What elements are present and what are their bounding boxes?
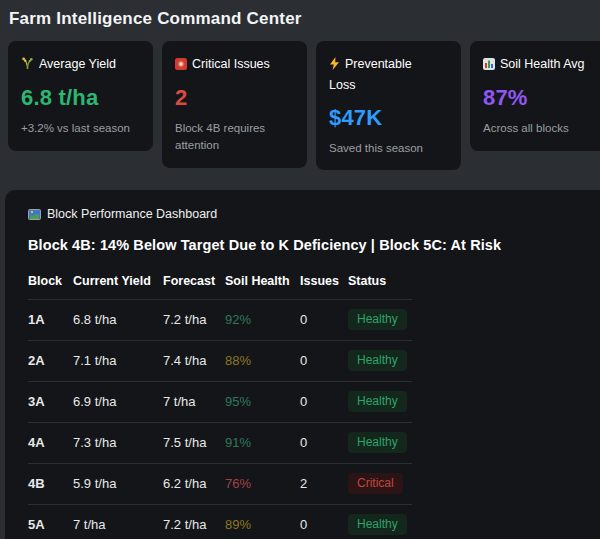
cell-status: Healthy bbox=[348, 300, 412, 340]
cell-forecast: 6.2 t/ha bbox=[163, 467, 225, 501]
card-label: Critical Issues bbox=[175, 55, 294, 76]
cell-status: Critical bbox=[348, 464, 412, 504]
cell-soil-health: 95% bbox=[225, 385, 300, 419]
card-value: 2 bbox=[175, 85, 294, 111]
card-label: Soil Health Avg bbox=[483, 55, 600, 76]
column-header: Block bbox=[28, 269, 73, 299]
column-header: Issues bbox=[300, 269, 348, 299]
card-subtitle: Saved this season bbox=[329, 140, 448, 157]
table-row: 5A7 t/ha7.2 t/ha89%0Healthy bbox=[28, 505, 412, 539]
stat-cards-row: Average Yield 6.8 t/ha +3.2% vs last sea… bbox=[8, 41, 600, 170]
cell-status: Healthy bbox=[348, 423, 412, 463]
lightning-icon bbox=[329, 57, 340, 76]
cell-soil-health: 92% bbox=[225, 303, 300, 337]
cell-issues: 0 bbox=[300, 303, 348, 337]
cell-current-yield: 6.9 t/ha bbox=[73, 385, 163, 419]
table-row: 3A6.9 t/ha7 t/ha95%0Healthy bbox=[28, 382, 412, 423]
card-label: Average Yield bbox=[21, 55, 140, 76]
cell-current-yield: 5.9 t/ha bbox=[73, 467, 163, 501]
card-subtitle: Across all blocks bbox=[483, 120, 600, 137]
section-label: Block Performance Dashboard bbox=[47, 207, 217, 221]
column-header: Soil Health bbox=[225, 269, 300, 299]
status-badge: Critical bbox=[348, 473, 403, 494]
cell-current-yield: 6.8 t/ha bbox=[73, 303, 163, 337]
card-soil-health-avg: Soil Health Avg 87% Across all blocks bbox=[470, 41, 600, 151]
siren-icon bbox=[175, 57, 187, 76]
page-title: Farm Intelligence Command Center bbox=[0, 0, 600, 29]
card-value: $47K bbox=[329, 105, 448, 131]
card-preventable-loss: Preventable Loss $47K Saved this season bbox=[316, 41, 461, 170]
table-row: 1A6.8 t/ha7.2 t/ha92%0Healthy bbox=[28, 300, 412, 341]
cell-block: 1A bbox=[28, 303, 73, 337]
cell-soil-health: 88% bbox=[225, 344, 300, 378]
status-badge: Healthy bbox=[348, 514, 407, 535]
cell-soil-health: 91% bbox=[225, 426, 300, 460]
cell-block: 4A bbox=[28, 426, 73, 460]
card-label-text: Preventable Loss bbox=[329, 57, 412, 92]
table-row: 4A7.3 t/ha7.5 t/ha91%0Healthy bbox=[28, 423, 412, 464]
cell-forecast: 7.2 t/ha bbox=[163, 303, 225, 337]
cell-soil-health: 76% bbox=[225, 467, 300, 501]
cell-forecast: 7.4 t/ha bbox=[163, 344, 225, 378]
cell-issues: 0 bbox=[300, 426, 348, 460]
status-badge: Healthy bbox=[348, 432, 407, 453]
card-label-text: Average Yield bbox=[39, 57, 116, 71]
cell-current-yield: 7 t/ha bbox=[73, 508, 163, 539]
cell-block: 5A bbox=[28, 508, 73, 539]
cell-status: Healthy bbox=[348, 341, 412, 381]
card-critical-issues: Critical Issues 2 Block 4B requires atte… bbox=[162, 41, 307, 168]
cell-issues: 0 bbox=[300, 344, 348, 378]
column-header: Status bbox=[348, 269, 412, 299]
block-performance-panel: Block Performance Dashboard Block 4B: 14… bbox=[5, 190, 600, 539]
column-header: Forecast bbox=[163, 269, 225, 299]
table-header-row: BlockCurrent YieldForecastSoil HealthIss… bbox=[28, 269, 412, 300]
table-body: 1A6.8 t/ha7.2 t/ha92%0Healthy2A7.1 t/ha7… bbox=[28, 300, 412, 539]
cell-current-yield: 7.3 t/ha bbox=[73, 426, 163, 460]
cell-current-yield: 7.1 t/ha bbox=[73, 344, 163, 378]
cell-block: 4B bbox=[28, 467, 73, 501]
block-performance-table: BlockCurrent YieldForecastSoil HealthIss… bbox=[28, 269, 412, 539]
card-label-text: Critical Issues bbox=[192, 57, 270, 71]
cell-block: 2A bbox=[28, 344, 73, 378]
column-header: Current Yield bbox=[73, 269, 163, 299]
cell-forecast: 7.5 t/ha bbox=[163, 426, 225, 460]
card-label-text: Soil Health Avg bbox=[500, 57, 585, 71]
panel-header: Block Performance Dashboard bbox=[28, 207, 600, 223]
status-badge: Healthy bbox=[348, 309, 407, 330]
cell-issues: 2 bbox=[300, 467, 348, 501]
wheat-icon bbox=[21, 57, 34, 76]
cell-forecast: 7.2 t/ha bbox=[163, 508, 225, 539]
card-value: 87% bbox=[483, 85, 600, 111]
status-badge: Healthy bbox=[348, 391, 407, 412]
card-label: Preventable Loss bbox=[329, 55, 415, 96]
cell-issues: 0 bbox=[300, 385, 348, 419]
cell-soil-health: 89% bbox=[225, 508, 300, 539]
table-row: 2A7.1 t/ha7.4 t/ha88%0Healthy bbox=[28, 341, 412, 382]
cell-block: 3A bbox=[28, 385, 73, 419]
cell-status: Healthy bbox=[348, 505, 412, 539]
card-subtitle: Block 4B requires attention bbox=[175, 120, 294, 153]
cell-forecast: 7 t/ha bbox=[163, 385, 225, 419]
cell-status: Healthy bbox=[348, 382, 412, 422]
cell-issues: 0 bbox=[300, 508, 348, 539]
card-value: 6.8 t/ha bbox=[21, 85, 140, 111]
card-average-yield: Average Yield 6.8 t/ha +3.2% vs last sea… bbox=[8, 41, 153, 151]
card-subtitle: +3.2% vs last season bbox=[21, 120, 140, 137]
bar-chart-icon bbox=[483, 57, 495, 76]
table-row: 4B5.9 t/ha6.2 t/ha76%2Critical bbox=[28, 464, 412, 505]
map-icon bbox=[28, 209, 41, 223]
alert-headline: Block 4B: 14% Below Target Due to K Defi… bbox=[28, 237, 600, 253]
status-badge: Healthy bbox=[348, 350, 407, 371]
